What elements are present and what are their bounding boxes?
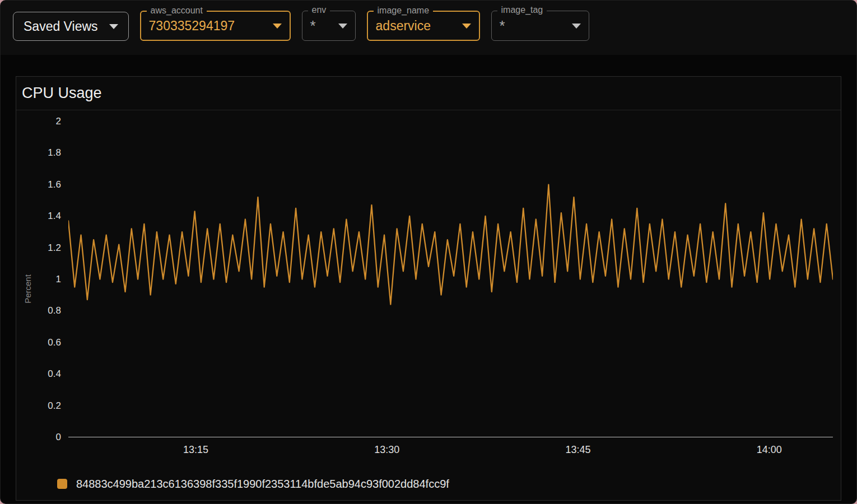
filter-aws-account-value: 730335294197 (149, 18, 235, 34)
panel-title: CPU Usage (22, 85, 102, 102)
filter-toolbar: Saved Views aws_account 730335294197 env… (1, 1, 856, 55)
y-tick-label: 1.2 (48, 242, 61, 254)
y-tick-label: 0.8 (48, 305, 61, 316)
filter-image-tag-value: * (500, 20, 505, 31)
x-axis-ticks: 13:1513:3013:4514:00 (68, 444, 833, 459)
plot-area[interactable] (68, 122, 833, 437)
y-tick-label: 1.8 (48, 147, 61, 158)
chevron-down-icon (572, 24, 581, 29)
chevron-down-icon (109, 24, 118, 29)
y-tick-label: 0 (56, 432, 61, 443)
filter-image-name-label: image_name (374, 6, 434, 16)
y-tick-label: 0.2 (48, 400, 61, 412)
x-tick-label: 13:45 (565, 444, 590, 456)
chevron-down-icon (338, 24, 347, 29)
x-tick-label: 14:00 (757, 444, 782, 456)
y-tick-label: 1.6 (48, 179, 61, 190)
y-tick-label: 0.6 (48, 337, 61, 348)
y-tick-label: 1.4 (48, 211, 61, 222)
series-line (68, 185, 833, 305)
cpu-usage-chart: Percent 00.20.40.60.811.21.41.61.82 13:1… (16, 110, 841, 468)
legend-swatch[interactable] (57, 479, 67, 489)
filter-aws-account-label: aws_account (147, 6, 207, 16)
filter-image-tag[interactable]: image_tag * (491, 11, 589, 41)
y-tick-label: 0.4 (48, 368, 61, 380)
y-axis-ticks: 00.20.40.60.811.21.41.61.82 (16, 122, 63, 437)
panel-header: CPU Usage (16, 77, 841, 110)
y-tick-label: 1 (56, 274, 61, 285)
chevron-down-icon (462, 24, 471, 29)
chevron-down-icon (273, 24, 282, 29)
filter-aws-account[interactable]: aws_account 730335294197 (140, 11, 291, 41)
x-tick-label: 13:15 (183, 444, 208, 456)
legend-label[interactable]: 84883c499ba213c6136398f335f1990f2353114b… (76, 478, 449, 491)
filter-env-value: * (310, 20, 316, 31)
filter-env[interactable]: env * (302, 11, 356, 41)
filter-env-label: env (308, 5, 330, 15)
legend: 84883c499ba213c6136398f335f1990f2353114b… (16, 468, 841, 500)
app-window: Saved Views aws_account 730335294197 env… (0, 0, 857, 504)
filter-image-name[interactable]: image_name adservice (367, 11, 480, 41)
filter-image-name-value: adservice (376, 18, 431, 34)
saved-views-label: Saved Views (24, 19, 98, 34)
y-tick-label: 2 (56, 116, 61, 127)
saved-views-dropdown[interactable]: Saved Views (13, 12, 129, 41)
x-tick-label: 13:30 (374, 444, 399, 456)
cpu-usage-panel: CPU Usage Percent 00.20.40.60.811.21.41.… (16, 76, 841, 501)
filter-image-tag-label: image_tag (497, 5, 547, 15)
